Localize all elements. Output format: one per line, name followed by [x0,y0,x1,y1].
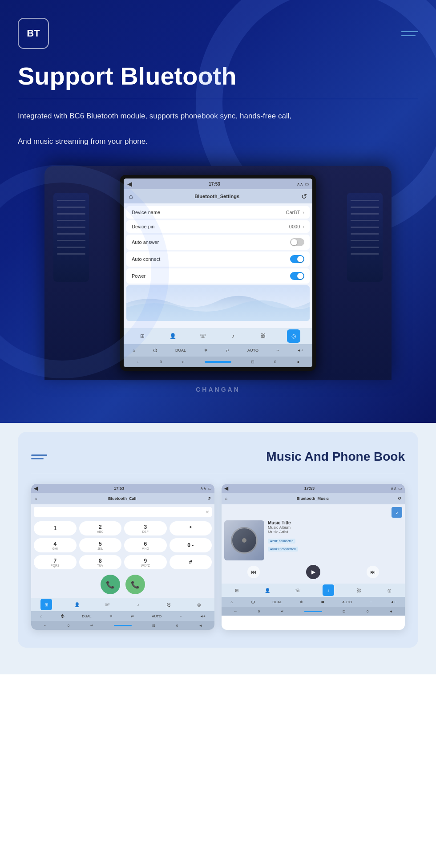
mc2-vol2[interactable]: ◄ [389,609,393,613]
ctrl2-vol2[interactable]: ◄ [296,360,300,364]
music-bottom-music[interactable]: ♪ [323,584,334,596]
ctrl-dual[interactable]: DUAL [175,348,186,353]
bottom-grid-icon[interactable]: ⊞ [136,329,149,343]
music-ctrl1: ⌂ ⏻ DUAL ❄ ⇄ AUTO ~ ◄+ [222,597,405,607]
bottom-link-icon[interactable]: ⛓ [257,329,270,343]
music-play-btn[interactable]: ▶ [306,565,320,579]
music-bottom-grid[interactable]: ⊞ [231,584,242,596]
music-bottom-eye[interactable]: ◎ [384,584,396,596]
ctrl2-back[interactable]: ← [136,360,140,364]
ctrl2-volume-slider[interactable] [205,361,231,363]
dial-star[interactable]: * [170,521,212,535]
call-nav-home[interactable]: ⌂ [35,496,37,501]
c2-z1: 0 [68,624,69,628]
ctrl-fan[interactable]: ~ [277,348,279,353]
ctrl2-enter[interactable]: ↵ [182,360,185,364]
c1-home[interactable]: ⌂ [40,614,42,618]
music-bottom-phone[interactable]: ☏ [292,584,304,596]
dial-5[interactable]: 5JKL [79,538,122,552]
screen-row-auto-connect[interactable]: Auto connect [126,251,310,267]
screen-row-power[interactable]: Power [126,268,310,284]
call-bottom-link[interactable]: ⛓ [163,599,174,610]
screen-row-device-pin[interactable]: Device pin 0000 › [126,220,310,233]
music-nav-back[interactable]: ↺ [398,496,401,501]
c2-vol2[interactable]: ◄ [199,624,202,628]
music-bottom-link[interactable]: ⛓ [353,584,365,596]
call-answer-btn[interactable]: 📞 [101,575,120,594]
hamburger-menu[interactable] [401,31,418,36]
call-search-bar[interactable]: ✕ [34,507,212,517]
music-bottom-person[interactable]: 👤 [262,584,273,596]
screen-back-btn[interactable]: ↺ [301,192,307,201]
dial-hash[interactable]: # [170,555,212,569]
dial-8[interactable]: 8TUV [79,555,122,569]
dial-4[interactable]: 4GHI [34,538,77,552]
music-nav-title: Bluetooth_Music [296,496,329,501]
c1-fan[interactable]: ~ [180,614,182,618]
music-prev-btn[interactable]: ⏮ [247,566,260,578]
ctrl-power[interactable]: ⏻ [153,348,157,353]
ctrl-snow[interactable]: ❄ [204,348,208,353]
mc1-home[interactable]: ⌂ [230,600,233,604]
bottom-music-icon[interactable]: ♪ [226,329,240,343]
c1-snow[interactable]: ❄ [109,614,113,618]
mc1-vol[interactable]: ◄+ [390,600,396,604]
auto-answer-toggle[interactable] [290,238,304,246]
auto-connect-toggle[interactable] [290,255,304,263]
mc1-snow[interactable]: ❄ [300,600,303,604]
c1-power[interactable]: ⏻ [61,614,64,618]
bottom-eye-icon[interactable]: ◎ [287,329,300,343]
mc2-z2: 0 [367,609,368,613]
mc2-enter[interactable]: ↵ [281,609,284,613]
screen-back-arrow[interactable]: ◀ [127,180,132,187]
music-nav-home[interactable]: ⌂ [225,496,227,501]
dial-1[interactable]: 1 [34,521,77,535]
call-bottom-eye[interactable]: ◎ [194,599,205,610]
section2-menu-icon[interactable] [31,454,47,459]
c2-vol-bar[interactable] [114,625,132,626]
ctrl-auto[interactable]: AUTO [247,348,258,353]
dial-7[interactable]: 7PQRS [34,555,77,569]
call-nav-title: Bluetooth_Call [108,496,137,501]
mc1-power[interactable]: ⏻ [251,600,254,604]
mc1-fan[interactable]: ~ [370,600,372,604]
call-bottom-music[interactable]: ♪ [132,599,144,610]
c2-media[interactable]: ⊡ [152,624,155,628]
c1-swap[interactable]: ⇄ [131,614,134,618]
call-nav-back[interactable]: ↺ [207,496,211,501]
music-back-arrow[interactable]: ◀ [224,485,228,491]
music-ctrl2: ← 0 ↵ ⊡ 0 ◄ [222,607,405,616]
mc2-vol-bar[interactable] [304,611,322,612]
dial-6[interactable]: 6MNO [124,538,167,552]
call-search-clear[interactable]: ✕ [206,510,209,515]
call-bottom-person[interactable]: 👤 [71,599,83,610]
screen-inner: ◀ 17:53 ∧∧ ▭ ⌂ Bluetooth_Settings ↺ [124,178,312,367]
ctrl-vol[interactable]: ◄+ [297,348,303,353]
mc2-media[interactable]: ⊡ [343,609,346,613]
screen-content: Device name CarBT › Device pin 0000 › Au… [124,203,312,328]
call-bottom-grid[interactable]: ⊞ [40,599,52,610]
music-next-btn[interactable]: ⏭ [367,566,379,578]
ctrl-home[interactable]: ⌂ [133,348,135,353]
power-toggle[interactable] [290,272,304,280]
dial-9[interactable]: 9WXYZ [124,555,167,569]
mc2-back[interactable]: ← [234,609,237,613]
bottom-phone-icon[interactable]: ☏ [196,329,210,343]
c2-back[interactable]: ← [43,624,47,628]
screen-home-icon[interactable]: ⌂ [129,193,133,200]
c1-vol[interactable]: ◄+ [200,614,206,618]
call-bottom-phone[interactable]: ☏ [102,599,113,610]
ctrl-swap[interactable]: ⇄ [226,348,229,353]
dial-3[interactable]: 3DEF [124,521,167,535]
screen-row-auto-answer[interactable]: Auto answer [126,235,310,250]
dial-0[interactable]: 0 - [170,538,212,552]
dial-2[interactable]: 2ABC [79,521,122,535]
call-back-arrow[interactable]: ◀ [34,485,38,491]
mc1-swap[interactable]: ⇄ [321,600,324,604]
screen-row-device-name[interactable]: Device name CarBT › [126,206,310,219]
bottom-person-icon[interactable]: 👤 [166,329,179,343]
hero-divider [18,99,418,99]
call-hangup-btn[interactable]: 📞 [125,575,145,594]
c2-enter[interactable]: ↵ [90,624,93,628]
ctrl2-media[interactable]: ⊡ [251,360,254,364]
